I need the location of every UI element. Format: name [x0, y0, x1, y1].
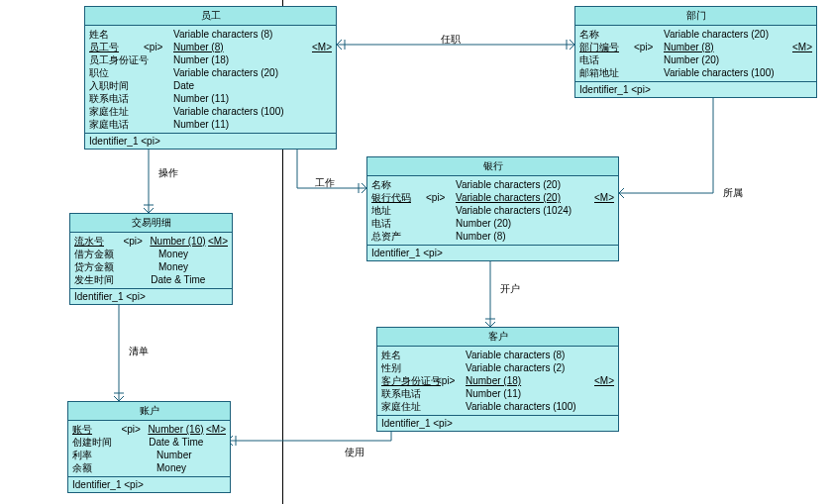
attr-row: 家庭电话Number (11): [89, 118, 332, 131]
entity-identifier: Identifier_1 <pi>: [377, 416, 618, 431]
attr-row: 贷方金额Money: [74, 260, 228, 273]
entity-title: 员工: [85, 7, 336, 26]
attr-row: 职位Variable characters (20): [89, 66, 332, 79]
entity-attrs: 账号<pi>Number (16)<M>创建时间Date & Time利率Num…: [68, 421, 230, 477]
entity-department[interactable]: 部门 名称Variable characters (20)部门编号<pi>Num…: [574, 6, 817, 98]
attr-row: 邮箱地址Variable characters (100): [579, 66, 812, 79]
attr-row: 银行代码<pi>Variable characters (20)<M>: [371, 191, 614, 204]
attr-row: 电话Number (20): [371, 217, 614, 230]
attr-row: 账号<pi>Number (16)<M>: [72, 423, 226, 436]
attr-row: 性别Variable characters (2): [381, 361, 614, 374]
attr-row: 姓名Variable characters (8): [381, 349, 614, 361]
entity-account[interactable]: 账户 账号<pi>Number (16)<M>创建时间Date & Time利率…: [67, 401, 231, 493]
rel-kaihu: 开户: [500, 282, 520, 296]
entity-identifier: Identifier_1 <pi>: [85, 134, 336, 149]
entity-transaction[interactable]: 交易明细 流水号<pi>Number (10)<M>借方金额Money贷方金额M…: [69, 213, 233, 305]
rel-caozuo: 操作: [158, 166, 178, 180]
attr-row: 联系电话Number (11): [381, 387, 614, 400]
attr-row: 部门编号<pi>Number (8)<M>: [579, 41, 812, 53]
rel-gongzuo: 工作: [315, 176, 335, 190]
attr-row: 员工身份证号Number (18): [89, 53, 332, 66]
entity-attrs: 姓名Variable characters (8)性别Variable char…: [377, 347, 618, 416]
attr-row: 客户身份证号<pi>Number (18)<M>: [381, 374, 614, 387]
rel-qingdan: 清单: [129, 345, 149, 358]
entity-identifier: Identifier_1 <pi>: [575, 82, 816, 97]
attr-row: 借方金额Money: [74, 248, 228, 260]
entity-identifier: Identifier_1 <pi>: [367, 246, 618, 260]
entity-attrs: 名称Variable characters (20)银行代码<pi>Variab…: [367, 176, 618, 246]
attr-row: 姓名Variable characters (8): [89, 28, 332, 41]
entity-identifier: Identifier_1 <pi>: [68, 477, 230, 492]
rel-suoshu: 所属: [723, 186, 743, 200]
attr-row: 地址Variable characters (1024): [371, 204, 614, 217]
attr-row: 电话Number (20): [579, 53, 812, 66]
entity-title: 账户: [68, 402, 230, 421]
entity-employee[interactable]: 员工 姓名Variable characters (8)员工号<pi>Numbe…: [84, 6, 337, 150]
entity-title: 银行: [367, 157, 618, 176]
attr-row: 流水号<pi>Number (10)<M>: [74, 235, 228, 248]
entity-title: 交易明细: [70, 214, 232, 233]
attr-row: 总资产Number (8): [371, 230, 614, 243]
attr-row: 余额Money: [72, 461, 226, 474]
attr-row: 员工号<pi>Number (8)<M>: [89, 41, 332, 53]
attr-row: 名称Variable characters (20): [579, 28, 812, 41]
entity-bank[interactable]: 银行 名称Variable characters (20)银行代码<pi>Var…: [366, 156, 619, 261]
rel-renzhi: 任职: [441, 33, 461, 47]
entity-title: 客户: [377, 328, 618, 347]
entity-attrs: 流水号<pi>Number (10)<M>借方金额Money贷方金额Money发…: [70, 233, 232, 289]
entity-attrs: 姓名Variable characters (8)员工号<pi>Number (…: [85, 26, 336, 134]
attr-row: 入职时间Date: [89, 79, 332, 92]
attr-row: 联系电话Number (11): [89, 92, 332, 105]
attr-row: 名称Variable characters (20): [371, 178, 614, 191]
attr-row: 家庭住址Variable characters (100): [381, 400, 614, 413]
attr-row: 创建时间Date & Time: [72, 436, 226, 449]
attr-row: 家庭住址Variable characters (100): [89, 105, 332, 118]
rel-shiyong: 使用: [345, 446, 364, 459]
entity-identifier: Identifier_1 <pi>: [70, 289, 232, 304]
attr-row: 发生时间Date & Time: [74, 273, 228, 286]
entity-customer[interactable]: 客户 姓名Variable characters (8)性别Variable c…: [376, 327, 619, 432]
entity-title: 部门: [575, 7, 816, 26]
attr-row: 利率Number: [72, 449, 226, 461]
entity-attrs: 名称Variable characters (20)部门编号<pi>Number…: [575, 26, 816, 82]
